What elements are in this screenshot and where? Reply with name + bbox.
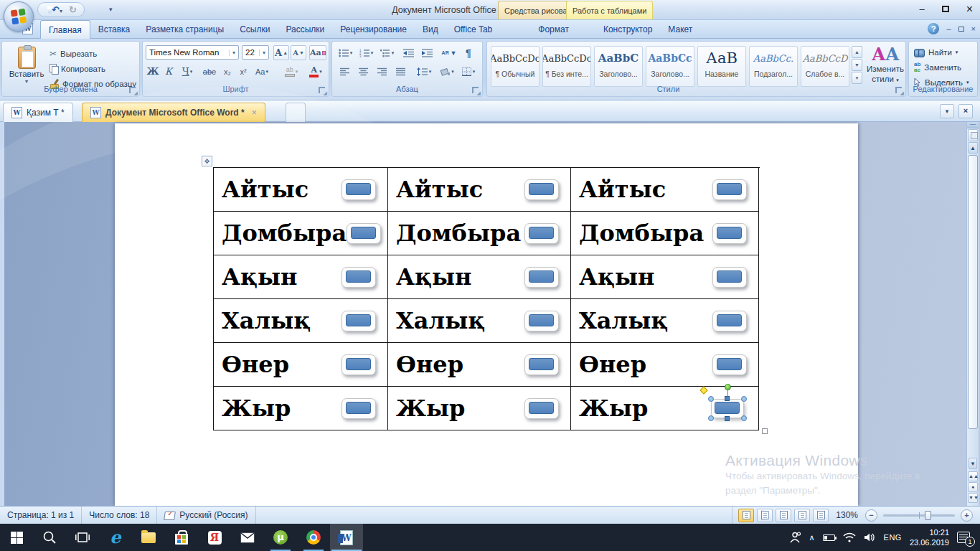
table-resize-handle[interactable] [762, 428, 768, 434]
button-shape[interactable] [524, 311, 559, 331]
restore-button[interactable] [942, 3, 949, 16]
selection-handle-icon[interactable] [708, 396, 714, 402]
button-shape[interactable] [524, 179, 559, 200]
align-center-button[interactable] [354, 64, 372, 79]
ruler-toggle-button[interactable] [968, 129, 978, 141]
help-icon[interactable]: ? [928, 23, 939, 34]
tab-view[interactable]: Вид [415, 20, 446, 39]
button-shape[interactable] [712, 179, 747, 200]
align-left-button[interactable] [336, 64, 353, 79]
table-cell[interactable]: Айтыс [214, 168, 388, 212]
shading-button[interactable]: ▾ [437, 64, 457, 79]
table-cell[interactable]: Айтыс [571, 168, 759, 212]
fullscreen-reading-view-button[interactable] [757, 509, 773, 522]
numbering-button[interactable]: 123 ▾ [357, 45, 376, 60]
page-count-indicator[interactable]: Страница: 1 из 1 [0, 507, 82, 524]
button-shape[interactable] [341, 398, 376, 419]
qat-customize-button[interactable]: ▾ [109, 6, 113, 13]
change-case-button[interactable]: Aa▾ [252, 64, 272, 79]
scroll-down-icon[interactable]: ▼ [969, 458, 977, 469]
table-cell[interactable]: Халық [571, 299, 759, 343]
align-right-button[interactable] [373, 64, 390, 79]
zoom-in-button[interactable]: + [961, 509, 973, 522]
taskbar-search-button[interactable] [33, 524, 66, 551]
selection-handle-icon[interactable] [741, 415, 747, 421]
close-button[interactable]: × [966, 3, 973, 16]
tab-page-layout[interactable]: Разметка страницы [138, 20, 232, 39]
file-explorer-button[interactable] [132, 524, 165, 551]
yandex-browser-button[interactable]: Я [198, 524, 231, 551]
table-cell[interactable]: Халық [388, 299, 571, 343]
table-cell[interactable]: Өнер [214, 343, 388, 387]
button-shape[interactable] [524, 398, 559, 419]
previous-page-button[interactable]: ▲▲ [968, 471, 978, 481]
increase-indent-button[interactable] [418, 45, 435, 60]
paragraph-dialog-launcher-icon[interactable] [472, 87, 480, 95]
style-card-heading2[interactable]: AaBbCc Заголово... [646, 46, 694, 87]
doc-close-button[interactable]: × [971, 25, 976, 33]
table-cell[interactable]: Ақын [214, 255, 388, 299]
show-hidden-icons-chevron[interactable]: ∧ [809, 533, 815, 542]
print-layout-view-button[interactable] [738, 509, 754, 522]
zoom-out-button[interactable]: − [865, 509, 877, 522]
decrease-indent-button[interactable] [400, 45, 417, 60]
find-button[interactable]: Найти ▾ [914, 45, 958, 60]
edge-button[interactable]: e [99, 524, 132, 551]
styles-gallery-expand-icon[interactable]: ▾ [852, 72, 862, 84]
table-move-handle[interactable]: ✥ [202, 156, 212, 166]
mail-button[interactable] [231, 524, 264, 551]
text-highlight-button[interactable]: ab ▾ [281, 64, 302, 79]
zoom-level[interactable]: 130% [836, 510, 858, 520]
button-shape[interactable] [712, 267, 747, 288]
table-cell[interactable]: Домбыра [388, 212, 571, 255]
clock[interactable]: 10:21 23.06.2019 [910, 527, 949, 548]
table-cell[interactable]: Өнер [571, 343, 759, 387]
sort-button[interactable]: АЯ ▼ [440, 45, 458, 60]
tab-design[interactable]: Конструктор [595, 20, 660, 39]
button-shape[interactable] [712, 311, 747, 331]
style-card-subtitle[interactable]: AaBbCc. Подзагол... [749, 46, 798, 87]
style-card-subtle-emphasis[interactable]: AaBbCcD Слабое в... [801, 46, 849, 87]
shrink-font-button[interactable]: А▼ [291, 45, 306, 60]
table-cell[interactable]: Ақын [571, 255, 759, 299]
table-cell[interactable]: Өнер [388, 343, 571, 387]
doc-restore-button[interactable] [958, 25, 964, 33]
justify-button[interactable] [392, 64, 409, 79]
font-family-combo[interactable]: Times New Roman ▾ [146, 45, 239, 60]
table-cell[interactable]: Домбыра [214, 212, 388, 255]
multilevel-list-button[interactable]: ▾ [377, 45, 397, 60]
selected-button-shape[interactable] [711, 399, 744, 418]
table-cell[interactable]: Жыр [214, 387, 388, 430]
word-count-indicator[interactable]: Число слов: 18 [82, 507, 157, 524]
zoom-slider[interactable] [883, 514, 955, 517]
button-shape[interactable] [524, 267, 559, 288]
strikethrough-button[interactable]: abe [200, 64, 219, 79]
grow-font-button[interactable]: А▲ [273, 45, 289, 60]
tab-layout[interactable]: Макет [660, 20, 700, 39]
underline-button[interactable]: Ч▾ [177, 64, 197, 79]
tab-list-dropdown-button[interactable]: ▾ [940, 104, 954, 118]
table-cell[interactable]: Халық [214, 299, 388, 343]
button-shape[interactable] [341, 267, 376, 288]
tab-format[interactable]: Формат [530, 20, 577, 39]
button-shape[interactable] [524, 223, 559, 244]
chrome-button[interactable] [297, 524, 330, 551]
vertical-scrollbar[interactable]: — ▲ ▼ ▲▲ ● ▼▼ [966, 122, 979, 506]
selection-handle-icon[interactable] [725, 416, 730, 421]
borders-button[interactable]: ▾ [458, 64, 479, 79]
table-cell[interactable]: Жыр [571, 387, 759, 430]
language-indicator[interactable]: Русский (Россия) [157, 507, 255, 524]
button-shape[interactable] [712, 223, 747, 244]
bullets-button[interactable]: ▾ [336, 45, 355, 60]
microsoft-store-button[interactable] [165, 524, 198, 551]
tab-mailings[interactable]: Рассылки [278, 20, 332, 39]
adjust-handle-icon[interactable] [699, 386, 707, 394]
language-switcher[interactable]: ENG [884, 533, 902, 542]
line-spacing-button[interactable]: ▾ [413, 64, 435, 79]
scroll-up-icon[interactable]: ▲ [968, 142, 978, 154]
redo-button[interactable]: ↻ [69, 5, 77, 14]
tab-bar-close-button[interactable]: × [958, 104, 973, 118]
font-color-button[interactable]: А ▾ [305, 64, 326, 79]
show-paragraph-marks-button[interactable]: ¶ [460, 45, 477, 60]
button-shape[interactable] [341, 179, 376, 200]
